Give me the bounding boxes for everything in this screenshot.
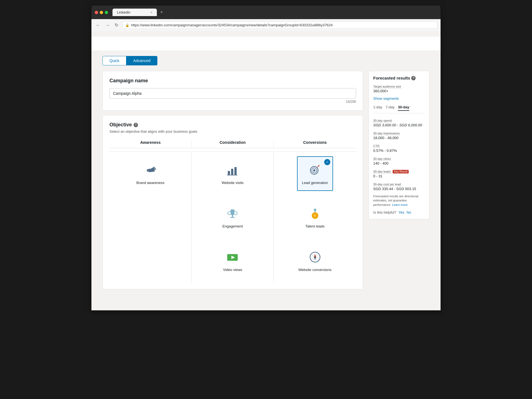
megaphone-icon	[144, 163, 157, 177]
spend-label: 30-day spend	[373, 119, 392, 122]
website-conversions-icon-wrap	[307, 249, 323, 265]
forward-btn[interactable]: →	[104, 22, 111, 28]
objective-website-visits[interactable]: Website visits	[217, 156, 249, 191]
objective-engagement[interactable]: Engagement	[218, 200, 248, 234]
objective-video-views[interactable]: Video views	[218, 243, 247, 278]
objective-help-icon[interactable]: ?	[134, 123, 138, 127]
svg-text:1: 1	[314, 214, 316, 217]
address-bar-container: ← → ↻ 🔒 https://www.linkedin.com/campaig…	[91, 19, 441, 31]
video-views-icon-wrap	[225, 249, 240, 265]
helpful-label: Is this helpful?	[373, 210, 396, 214]
chart-icon	[226, 163, 239, 177]
engagement-icon-wrap	[225, 206, 240, 221]
forecast-title: Forecasted results ?	[373, 76, 425, 80]
website-conversions-label: Website conversions	[298, 268, 332, 272]
svg-rect-7	[227, 175, 237, 175]
main-panel: Campaign name 14/200 Objective ? Select …	[103, 71, 363, 294]
impressions-row: 30-day impressions 18,000 - 48,000	[373, 131, 425, 140]
url-bar[interactable]: 🔒 https://www.linkedin.com/campaignmanag…	[122, 21, 437, 29]
forecast-card: Forecasted results ? Target audience siz…	[369, 71, 429, 219]
website-visits-icon-wrap	[225, 162, 240, 178]
back-btn[interactable]: ←	[95, 22, 101, 28]
close-window-btn[interactable]	[95, 11, 98, 14]
col-consideration-row1: Website visits	[192, 152, 274, 195]
objective-description: Select an objective that aligns with you…	[109, 129, 356, 134]
lead-gen-icon-wrap	[307, 162, 323, 178]
campaign-name-card: Campaign name 14/200	[103, 71, 363, 111]
spend-value: SGD 3,600.00 - SGD 6,000.00	[373, 123, 425, 127]
clicks-label: 30-day clicks	[373, 157, 391, 161]
tab-close-btn[interactable]: ×	[150, 11, 152, 14]
lock-icon: 🔒	[125, 23, 129, 27]
forecast-title-text: Forecasted results	[373, 76, 410, 80]
learn-more-link[interactable]: Learn more	[392, 203, 408, 206]
compass-icon	[308, 250, 322, 264]
col-conversions-row1: ✓	[274, 152, 356, 195]
minimize-window-btn[interactable]	[100, 11, 103, 14]
svg-rect-2	[147, 169, 149, 172]
sidebar-panel: Forecasted results ? Target audience siz…	[369, 71, 429, 219]
svg-point-24	[314, 257, 316, 258]
cost-per-lead-value: SGD 335.44 - SGD 503.15	[373, 187, 425, 191]
svg-rect-4	[228, 171, 230, 175]
cost-per-lead-label: 30-day cost per lead	[373, 183, 401, 186]
col-header-awareness: Awareness	[109, 140, 192, 148]
col-awareness-row1: Brand awareness	[109, 152, 192, 195]
talent-leads-icon-wrap: 1	[307, 206, 323, 221]
ctr-value: 0.57% - 0.87%	[373, 149, 425, 153]
target-icon	[308, 163, 322, 177]
objective-brand-awareness[interactable]: Brand awareness	[131, 156, 169, 191]
lead-gen-check: ✓	[324, 159, 330, 165]
campaign-name-input[interactable]	[109, 88, 356, 99]
char-count: 14/200	[109, 100, 356, 104]
campaign-name-title: Campaign name	[109, 78, 356, 84]
audience-value: 360,000+	[373, 89, 425, 93]
leads-label: 30-day leads Key Result	[373, 170, 409, 173]
clicks-value: 140 - 400	[373, 161, 425, 165]
forecast-help-icon[interactable]: ?	[411, 76, 416, 80]
objective-website-conversions[interactable]: Website conversions	[293, 243, 337, 278]
website-visits-label: Website visits	[222, 181, 244, 185]
refresh-btn[interactable]: ↻	[114, 22, 119, 28]
helpful-no-btn[interactable]: No	[406, 210, 411, 214]
svg-rect-5	[231, 169, 233, 175]
browser-tab-linkedin[interactable]: Linkedin ×	[112, 9, 157, 16]
svg-rect-14	[230, 217, 235, 218]
col-conversions-row3: Website conversions	[274, 239, 356, 282]
objective-lead-generation[interactable]: ✓	[297, 156, 333, 191]
audience-row: Target audience size 360,000+	[373, 84, 425, 93]
show-segments-link[interactable]: Show segments	[373, 96, 425, 101]
brand-awareness-label: Brand awareness	[136, 181, 164, 185]
col-conversions-row2: 1 Talent leads	[274, 195, 356, 239]
period-30day[interactable]: 30-day	[398, 105, 409, 111]
clicks-row: 30-day clicks 140 - 400	[373, 156, 425, 165]
brand-awareness-icon-wrap	[143, 162, 158, 178]
browser-window: Linkedin × + ← → ↻ 🔒 https://www.linkedi…	[91, 6, 441, 310]
col-consideration-row3: Video views	[192, 239, 274, 282]
period-7day[interactable]: 7-day	[386, 105, 395, 111]
helpful-yes-btn[interactable]: Yes	[398, 210, 404, 214]
col-consideration-row2: Engagement	[192, 195, 274, 239]
helpful-row: Is this helpful? Yes No	[373, 210, 425, 214]
svg-point-10	[313, 169, 315, 172]
content-layout: Campaign name 14/200 Objective ? Select …	[103, 71, 429, 294]
objective-talent-leads[interactable]: 1 Talent leads	[300, 200, 329, 234]
objective-title: Objective	[109, 122, 132, 128]
new-tab-btn[interactable]: +	[158, 8, 165, 16]
talent-leads-label: Talent leads	[305, 224, 324, 228]
objective-grid: Brand awareness	[109, 152, 356, 282]
ctr-row: CTR 0.57% - 0.87%	[373, 143, 425, 153]
main-container: Quick Advanced Campaign name 14/200 Ob	[91, 50, 441, 299]
maximize-window-btn[interactable]	[105, 11, 108, 14]
leads-row: 30-day leads Key Result 0 - 31	[373, 169, 425, 178]
quick-tab[interactable]: Quick	[103, 56, 126, 65]
tab-bar: Linkedin × +	[112, 8, 437, 16]
period-1day[interactable]: 1-day	[373, 105, 382, 111]
page-content: Quick Advanced Campaign name 14/200 Ob	[91, 31, 441, 310]
advanced-tab[interactable]: Advanced	[126, 56, 157, 65]
traffic-lights	[95, 11, 108, 14]
trophy-icon	[226, 207, 239, 221]
key-result-badge: Key Result	[393, 170, 409, 173]
ctr-label: CTR	[373, 144, 380, 148]
svg-rect-6	[234, 167, 237, 175]
